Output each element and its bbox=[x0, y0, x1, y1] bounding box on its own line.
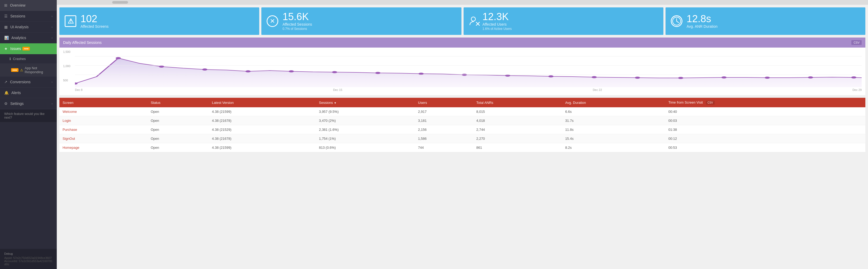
settings-icon: ⚙ bbox=[4, 101, 8, 106]
cell-screen-4[interactable]: Homepage bbox=[59, 143, 148, 152]
svg-point-7 bbox=[116, 57, 121, 59]
cell-version-3: 4.38 (21678) bbox=[209, 134, 316, 143]
sidebar-item-issues-label: Issues bbox=[10, 47, 21, 51]
table-row: SignOut Open 4.38 (21678) 1,754 (1%) 1,5… bbox=[59, 134, 865, 143]
user-x-icon bbox=[469, 15, 480, 27]
col-screen: Screen bbox=[59, 98, 148, 107]
sidebar-item-conversions-label: Conversions bbox=[10, 80, 31, 84]
svg-point-24 bbox=[851, 77, 857, 79]
cell-screen-3[interactable]: SignOut bbox=[59, 134, 148, 143]
svg-point-11 bbox=[289, 70, 294, 72]
svg-point-10 bbox=[246, 70, 251, 72]
cell-version-0: 4.38 (21599) bbox=[209, 107, 316, 116]
y-label-500: 500 bbox=[63, 79, 70, 82]
sidebar-item-sessions-label: Sessions bbox=[10, 14, 25, 18]
analytics-icon: 📊 bbox=[4, 36, 9, 40]
sidebar-item-overview-label: Overview bbox=[10, 3, 25, 7]
settings-arrow-icon: › bbox=[52, 102, 53, 105]
daily-sessions-chart: Daily Affected Sessions CSV 1,500 1,000 … bbox=[59, 37, 865, 95]
account-value: AccountId: 57e2c561d553a42160781d6b bbox=[4, 260, 53, 266]
stat-card-affected-users: 12.3K Affected Users 1.6% of Active User… bbox=[464, 7, 663, 35]
anr-new-badge: new bbox=[11, 68, 19, 72]
y-label-1000: 1,000 bbox=[63, 64, 70, 68]
cell-users-0: 2,917 bbox=[415, 107, 473, 116]
top-scrollbar[interactable] bbox=[57, 0, 868, 5]
issues-icon: ★ bbox=[4, 47, 8, 51]
feature-prompt: Which feature would you like next? bbox=[0, 109, 57, 122]
cell-status-3: Open bbox=[148, 134, 209, 143]
conversions-arrow-icon: › bbox=[52, 80, 53, 84]
cell-version-4: 4.38 (21599) bbox=[209, 143, 316, 152]
svg-point-0 bbox=[471, 17, 475, 21]
chart-y-labels: 1,500 1,000 500 bbox=[63, 50, 70, 82]
cell-users-2: 2,156 bbox=[415, 125, 473, 134]
sidebar-item-analytics-label: Analytics bbox=[11, 36, 26, 40]
svg-point-14 bbox=[418, 73, 424, 75]
cell-screen-1[interactable]: Login bbox=[59, 116, 148, 125]
sidebar: ⊞ Overview ☰ Sessions › ▦ UI Analysis › … bbox=[0, 0, 57, 269]
sidebar-sub-item-anr[interactable]: new ⚠ App Not Responding bbox=[0, 63, 57, 77]
svg-point-21 bbox=[721, 77, 727, 79]
cell-avg-duration-2: 11.8s bbox=[562, 125, 665, 134]
ui-analysis-arrow-icon: › bbox=[52, 25, 53, 29]
affected-sessions-value: 15.6K bbox=[282, 11, 312, 22]
appid-value: Appid: 57e2c750d553a01948ce3607 bbox=[4, 256, 53, 260]
cell-total-anrs-3: 2,270 bbox=[473, 134, 562, 143]
sidebar-item-sessions[interactable]: ☰ Sessions › bbox=[0, 11, 57, 22]
cell-screen-0[interactable]: Welcome bbox=[59, 107, 148, 116]
svg-point-17 bbox=[548, 75, 554, 78]
cell-sessions-3: 1,754 (1%) bbox=[316, 134, 415, 143]
table-csv-button[interactable]: CSV bbox=[706, 101, 715, 104]
svg-point-19 bbox=[635, 77, 640, 79]
table-body: Welcome Open 4.38 (21599) 3,957 (9.5%) 2… bbox=[59, 107, 865, 152]
sidebar-sub-item-crashes[interactable]: ℹ Crashes bbox=[0, 54, 57, 63]
cell-avg-duration-1: 31.7s bbox=[562, 116, 665, 125]
cell-screen-2[interactable]: Purchase bbox=[59, 125, 148, 134]
sidebar-item-analytics[interactable]: 📊 Analytics › bbox=[0, 32, 57, 43]
x-label-dec15: Dec 15 bbox=[333, 88, 342, 91]
cell-time-from-visit-2: 01:38 bbox=[665, 125, 865, 134]
sidebar-item-alerts[interactable]: 🔔 Alerts bbox=[0, 87, 57, 98]
cell-time-from-visit-3: 00:12 bbox=[665, 134, 865, 143]
cell-status-2: Open bbox=[148, 125, 209, 134]
cell-users-1: 3,181 bbox=[415, 116, 473, 125]
col-avg-duration: Avg. Duration bbox=[562, 98, 665, 107]
cell-avg-duration-4: 8.2s bbox=[562, 143, 665, 152]
col-status: Status bbox=[148, 98, 209, 107]
cell-total-anrs-4: 861 bbox=[473, 143, 562, 152]
col-sessions[interactable]: Sessions bbox=[316, 98, 415, 107]
col-time-from-visit: Time from Screen Visit CSV bbox=[665, 98, 865, 107]
svg-point-22 bbox=[765, 77, 770, 79]
cell-avg-duration-3: 15.4s bbox=[562, 134, 665, 143]
cell-total-anrs-0: 8,015 bbox=[473, 107, 562, 116]
sidebar-item-settings[interactable]: ⚙ Settings › bbox=[0, 98, 57, 109]
cell-sessions-0: 3,957 (9.5%) bbox=[316, 107, 415, 116]
x-label-dec8: Dec 8 bbox=[75, 88, 83, 91]
x-label-dec22: Dec 22 bbox=[593, 88, 602, 91]
table-row: Purchase Open 4.38 (21529) 2,381 (1.6%) … bbox=[59, 125, 865, 134]
affected-screens-value: 102 bbox=[81, 14, 108, 24]
chart-title: Daily Affected Sessions bbox=[63, 40, 102, 44]
y-label-1500: 1,500 bbox=[63, 50, 70, 53]
chart-csv-button[interactable]: CSV bbox=[851, 40, 862, 45]
x-label-dec29: Dec 29 bbox=[852, 88, 862, 91]
clock-icon bbox=[671, 15, 682, 27]
cell-time-from-visit-4: 00:53 bbox=[665, 143, 865, 152]
sidebar-item-ui-analysis[interactable]: ▦ UI Analysis › bbox=[0, 22, 57, 32]
sidebar-item-alerts-label: Alerts bbox=[11, 91, 21, 95]
chart-body: 1,500 1,000 500 bbox=[59, 48, 865, 95]
cell-time-from-visit-1: 00:03 bbox=[665, 116, 865, 125]
cell-total-anrs-2: 2,744 bbox=[473, 125, 562, 134]
sidebar-item-ui-analysis-label: UI Analysis bbox=[10, 25, 29, 29]
svg-point-13 bbox=[375, 72, 380, 74]
avg-anr-value: 12.8s bbox=[687, 14, 717, 24]
sidebar-item-issues[interactable]: ★ Issues new bbox=[0, 43, 57, 54]
svg-point-20 bbox=[678, 77, 683, 79]
anr-warning-icon: ⚠ bbox=[20, 68, 23, 72]
stat-card-affected-sessions: ✕ 15.6K Affected Sessions 0.7% of Sessio… bbox=[261, 7, 461, 35]
sidebar-item-overview[interactable]: ⊞ Overview bbox=[0, 0, 57, 11]
screens-table: Screen Status Latest Version Sessions Us… bbox=[59, 98, 865, 152]
scrollbar-thumb[interactable] bbox=[112, 1, 128, 4]
avg-anr-label: Avg. ANR Duration bbox=[687, 24, 717, 29]
sidebar-item-conversions[interactable]: ↗ Conversions › bbox=[0, 77, 57, 87]
